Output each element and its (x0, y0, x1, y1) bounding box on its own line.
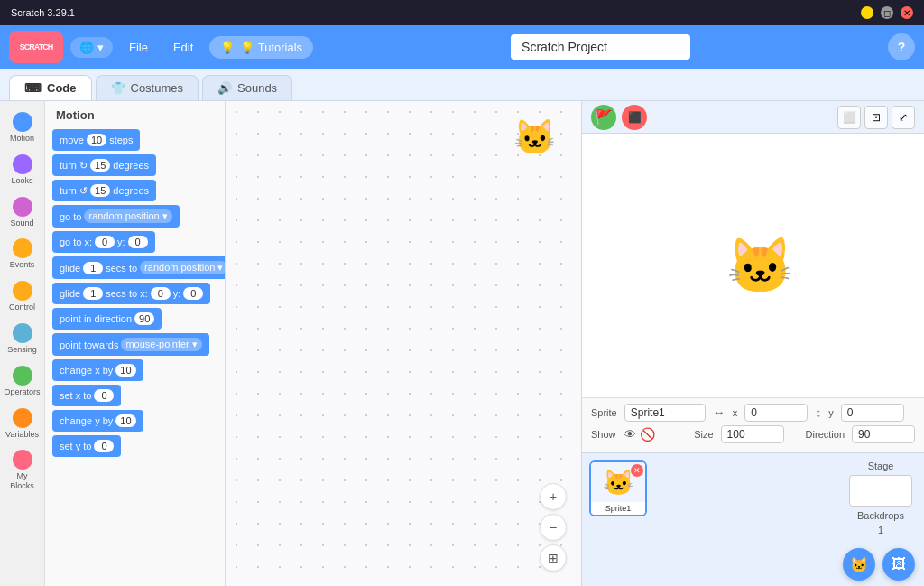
stage-outer: 🚩 ⬛ ⬜ ⊡ ⤢ 🐱 Sprite (581, 101, 924, 586)
sprite-list: 🐱 Sprite1 ✕ (589, 460, 845, 516)
category-sound[interactable]: Sound (3, 193, 42, 232)
category-sensing[interactable]: Sensing (3, 320, 42, 358)
tutorials-button[interactable]: 💡 💡 Tutorials (209, 36, 313, 59)
x-arrow-icon: ↔ (713, 405, 725, 420)
scratch-logo: SCRATCH (9, 31, 63, 63)
small-stage-button[interactable]: ⬜ (837, 106, 861, 129)
green-flag-button[interactable]: 🚩 (591, 105, 616, 130)
x-label: x (733, 407, 738, 418)
flag-icon: 🚩 (595, 108, 613, 126)
block-goto[interactable]: go to random position ▾ (52, 205, 180, 228)
close-button[interactable]: ✕ (901, 6, 913, 19)
block-move[interactable]: move 10 steps (52, 129, 140, 151)
block-changey[interactable]: change y by 10 (52, 410, 143, 432)
block-sety[interactable]: set y to 0 (52, 435, 121, 457)
category-myblocks[interactable]: My Blocks (3, 446, 42, 495)
block-row-changex: change x by 10 (52, 359, 217, 381)
tab-sounds[interactable]: 🔊 Sounds (202, 75, 292, 100)
bulb-icon: 💡 (220, 41, 235, 54)
globe-menu[interactable]: 🌐 ▾ (70, 37, 113, 58)
category-looks[interactable]: Looks (3, 151, 42, 190)
tab-code[interactable]: ⌨ Code (9, 75, 92, 100)
zoom-in-button[interactable]: + (540, 483, 567, 510)
sprite-name-input[interactable] (624, 404, 706, 422)
playback-controls: 🚩 ⬛ (591, 105, 647, 130)
block-changex[interactable]: change x by 10 (52, 359, 143, 381)
category-operators[interactable]: Operators (3, 362, 42, 401)
stage-backdrop-thumb[interactable] (849, 475, 912, 507)
block-setx[interactable]: set x to 0 (52, 385, 121, 406)
sprite-delete-button[interactable]: ✕ (631, 464, 643, 477)
sprite-thumb-sprite1[interactable]: 🐱 Sprite1 ✕ (589, 460, 647, 516)
categories-panel: Motion Looks Sound Events Control Sensin… (0, 101, 45, 586)
block-glide2[interactable]: glide 1 secs to x: 0 y: 0 (52, 283, 210, 304)
stage-canvas: 🐱 (582, 134, 924, 397)
add-backdrop-button[interactable]: 🖼 (882, 548, 915, 581)
x-input[interactable] (744, 404, 808, 422)
y-arrow-icon: ↕ (815, 405, 821, 420)
window-controls: — ◻ ✕ (861, 6, 913, 19)
block-towards[interactable]: point towards mouse-pointer ▾ (52, 333, 209, 356)
size-label: Size (694, 429, 713, 440)
hide-eye-icon[interactable]: 🚫 (640, 427, 655, 442)
direction-input[interactable] (852, 425, 915, 443)
direction-label: Direction (806, 429, 845, 440)
fullscreen-button[interactable]: ⤢ (892, 106, 915, 129)
block-row-setx: set x to 0 (52, 385, 217, 406)
blocks-panel: Motion move 10 steps turn ↻ 15 degrees (45, 101, 226, 586)
show-eye-icon[interactable]: 👁 (624, 427, 636, 442)
category-control[interactable]: Control (3, 277, 42, 316)
menu-bar: SCRATCH 🌐 ▾ File Edit 💡 💡 Tutorials ? (0, 25, 924, 69)
block-glide1[interactable]: glide 1 secs to random position ▾ (52, 256, 226, 279)
file-menu[interactable]: File (120, 37, 157, 58)
block-row-changey: change y by 10 (52, 410, 217, 432)
block-row-glide2: glide 1 secs to x: 0 y: 0 (52, 283, 217, 304)
blocks-title: Motion (52, 108, 217, 122)
block-row-turn-cw: turn ↻ 15 degrees (52, 154, 217, 176)
sprite-code-area-cat: 🐱 (513, 117, 556, 157)
category-motion[interactable]: Motion (3, 108, 42, 147)
sprite-list-area: 🐱 Sprite1 ✕ Stage Backdrops 1 (582, 452, 924, 543)
costume-icon: 👕 (111, 81, 125, 95)
size-input[interactable] (721, 425, 784, 443)
block-row-sety: set y to 0 (52, 435, 217, 457)
backdrops-label: Backdrops (857, 510, 904, 521)
edit-menu[interactable]: Edit (164, 37, 202, 58)
stop-button[interactable]: ⬛ (622, 105, 647, 130)
stage-top-bar: 🚩 ⬛ ⬜ ⊡ ⤢ (582, 101, 924, 134)
fab-area: 🐱 🖼 (582, 543, 924, 586)
sprite-thumb-name: Sprite1 (591, 502, 645, 515)
category-variables[interactable]: Variables (3, 405, 42, 443)
code-area[interactable]: 🐱 + − ⊞ (226, 101, 581, 586)
block-turn-ccw[interactable]: turn ↺ 15 degrees (52, 180, 156, 201)
help-button[interactable]: ? (888, 33, 915, 60)
sprite-info-row-bottom: Show 👁 🚫 Size Direction (591, 425, 915, 443)
minimize-button[interactable]: — (861, 6, 873, 19)
y-label: y (828, 407, 834, 418)
block-gotoxy[interactable]: go to x: 0 y: 0 (52, 231, 155, 253)
large-stage-button[interactable]: ⊡ (864, 106, 888, 129)
stop-icon: ⬛ (628, 111, 642, 124)
project-name-input[interactable] (511, 34, 690, 60)
zoom-fit-button[interactable]: ⊞ (540, 544, 567, 572)
zoom-controls: + − ⊞ (540, 483, 567, 572)
backdrops-count: 1 (878, 525, 883, 535)
category-events[interactable]: Events (3, 235, 42, 274)
sprites-section: 🐱 Sprite1 ✕ (589, 460, 845, 535)
block-row-towards: point towards mouse-pointer ▾ (52, 333, 217, 356)
main-content: Motion Looks Sound Events Control Sensin… (0, 101, 924, 586)
block-direction[interactable]: point in direction 90 (52, 308, 162, 330)
add-sprite-button[interactable]: 🐱 (843, 548, 875, 581)
tab-bar: ⌨ Code 👕 Costumes 🔊 Sounds (0, 69, 924, 101)
globe-chevron: ▾ (97, 41, 104, 54)
maximize-button[interactable]: ◻ (881, 6, 893, 19)
sprite-info-row-top: Sprite ↔ x ↕ y (591, 404, 915, 422)
sound-icon: 🔊 (217, 81, 232, 95)
tab-costumes[interactable]: 👕 Costumes (96, 75, 199, 100)
sprite-name-label: Sprite (591, 407, 617, 418)
y-input[interactable] (841, 404, 904, 422)
add-backdrop-icon: 🖼 (892, 556, 906, 572)
stage-label: Stage (868, 460, 894, 471)
zoom-out-button[interactable]: − (540, 514, 567, 541)
block-turn-cw[interactable]: turn ↻ 15 degrees (52, 154, 156, 176)
